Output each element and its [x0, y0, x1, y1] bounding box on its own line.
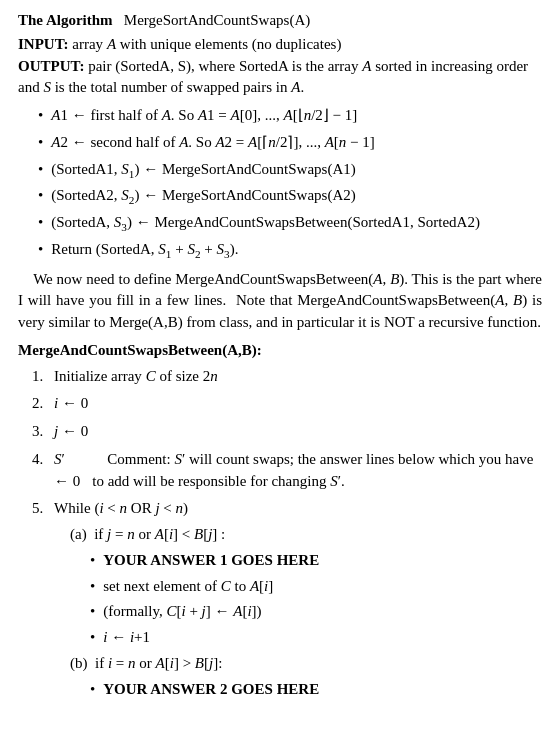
bullet-item-6: Return (SortedA, S1 + S2 + S3).: [38, 239, 542, 261]
bullet-item-4: (SortedA2, S2) ← MergeSortAndCountSwaps(…: [38, 185, 542, 207]
formally-line: (formally, C[i + j] ← A[i]): [90, 601, 319, 623]
algorithm-function: MergeSortAndCountSwaps(A): [116, 12, 310, 28]
output-line: OUTPUT: pair (SortedA, S), where SortedA…: [18, 56, 542, 100]
bullet-item-3: (SortedA1, S1) ← MergeSortAndCountSwaps(…: [38, 159, 542, 181]
step-4-comment: Comment: S′ will count swaps; the answer…: [92, 449, 542, 493]
bullet-6-text: Return (SortedA, S1 + S2 + S3).: [51, 239, 238, 261]
step-1: 1. Initialize array C of size 2n: [32, 366, 542, 388]
output-label: OUTPUT:: [18, 58, 84, 74]
step-5: 5. While (i < n OR j < n) (a) if j = n o…: [32, 498, 542, 704]
algorithm-title: The Algorithm: [18, 12, 113, 28]
input-label: INPUT:: [18, 36, 69, 52]
sub-bullet-list-5b: YOUR ANSWER 2 GOES HERE: [90, 679, 319, 701]
step-2-text: i ← 0: [54, 393, 88, 415]
main-bullet-list: A1 ← first half of A. So A1 = A[0], ...,…: [38, 105, 542, 261]
bullet-1-text: A1 ← first half of A. So A1 = A[0], ...,…: [51, 105, 357, 127]
increment-i-text: i ← i+1: [103, 627, 150, 649]
step-5-content: While (i < n OR j < n) (a) if j = n or A…: [54, 498, 319, 704]
step-3-num: 3.: [32, 421, 50, 443]
numbered-list: 1. Initialize array C of size 2n 2. i ← …: [32, 366, 542, 705]
algorithm-container: The Algorithm MergeSortAndCountSwaps(A) …: [18, 10, 542, 704]
increment-i-line: i ← i+1: [90, 627, 319, 649]
input-text: array A with unique elements (no duplica…: [72, 36, 341, 52]
bullet-item-5: (SortedA, S3) ← MergeAndCountSwapsBetwee…: [38, 212, 542, 234]
input-line: INPUT: array A with unique elements (no …: [18, 34, 542, 56]
step-1-num: 1.: [32, 366, 50, 388]
answer-1-text: YOUR ANSWER 1 GOES HERE: [103, 550, 319, 572]
formally-text: (formally, C[i + j] ← A[i]): [103, 601, 261, 623]
sub-5b-label: (b) if i = n or A[i] > B[j]:: [70, 655, 222, 671]
bullet-5-text: (SortedA, S3) ← MergeAndCountSwapsBetwee…: [51, 212, 480, 234]
sub-5a-label: (a) if j = n or A[i] < B[j] :: [70, 526, 225, 542]
sub-list-5: (a) if j = n or A[i] < B[j] : YOUR ANSWE…: [70, 524, 319, 700]
bullet-2-text: A2 ← second half of A. So A2 = A[⌈n/2⌉],…: [51, 132, 375, 154]
step-4: 4. S′ ← 0 Comment: S′ will count swaps; …: [32, 449, 542, 493]
answer-2-text: YOUR ANSWER 2 GOES HERE: [103, 679, 319, 701]
step-5-num: 5.: [32, 498, 50, 520]
step-2-num: 2.: [32, 393, 50, 415]
step-4-comment-line: S′ ← 0 Comment: S′ will count swaps; the…: [54, 449, 542, 493]
bullet-item-1: A1 ← first half of A. So A1 = A[0], ...,…: [38, 105, 542, 127]
answer-2-line: YOUR ANSWER 2 GOES HERE: [90, 679, 319, 701]
step-4-content: S′ ← 0 Comment: S′ will count swaps; the…: [54, 449, 542, 493]
set-next-element-line: set next element of C to A[i]: [90, 576, 319, 598]
answer-1-line: YOUR ANSWER 1 GOES HERE: [90, 550, 319, 572]
step-4-assignment: S′ ← 0: [54, 449, 80, 493]
sub-item-5a: (a) if j = n or A[i] < B[j] : YOUR ANSWE…: [70, 524, 319, 649]
bullet-4-text: (SortedA2, S2) ← MergeSortAndCountSwaps(…: [51, 185, 356, 207]
step-3: 3. j ← 0: [32, 421, 542, 443]
section-paragraph: We now need to define MergeAndCountSwaps…: [18, 269, 542, 334]
sub-bullet-list-5a: YOUR ANSWER 1 GOES HERE set next element…: [90, 550, 319, 649]
output-text: pair (SortedA, S), where SortedA is the …: [18, 58, 528, 96]
bullet-3-text: (SortedA1, S1) ← MergeSortAndCountSwaps(…: [51, 159, 356, 181]
step-3-text: j ← 0: [54, 421, 88, 443]
step-4-num: 4.: [32, 449, 50, 471]
bold-heading: MergeAndCountSwapsBetween(A,B):: [18, 340, 542, 362]
algorithm-header: The Algorithm MergeSortAndCountSwaps(A): [18, 10, 542, 32]
sub-item-5b: (b) if i = n or A[i] > B[j]: YOUR ANSWER…: [70, 653, 319, 701]
step-1-text: Initialize array C of size 2n: [54, 366, 218, 388]
bullet-item-2: A2 ← second half of A. So A2 = A[⌈n/2⌉],…: [38, 132, 542, 154]
step-2: 2. i ← 0: [32, 393, 542, 415]
set-next-element-text: set next element of C to A[i]: [103, 576, 273, 598]
